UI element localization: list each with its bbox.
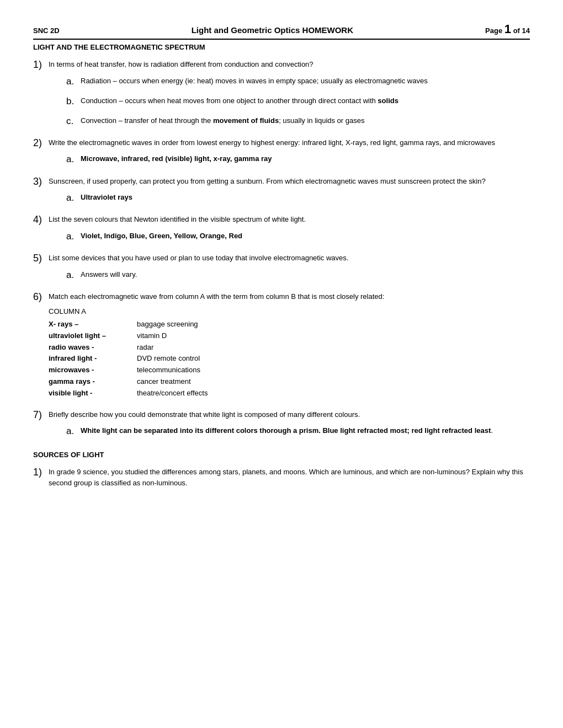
col-value: theatre/concert effects (137, 388, 208, 399)
q4-ans-letter: a. (66, 231, 81, 243)
s2-q1-text: In grade 9 science, you studied the diff… (49, 467, 530, 488)
page-header: SNC 2D Light and Geometric Optics HOMEWO… (33, 22, 530, 40)
col-row-5: microwaves - telecommunications (49, 365, 530, 376)
column-a-label: COLUMN A (49, 306, 530, 318)
section2-q1: 1) In grade 9 science, you studied the d… (33, 467, 530, 488)
q5-ans-text: Answers will vary. (81, 269, 137, 280)
q1-answer-2: b.Conduction – occurs when heat moves fr… (66, 95, 530, 108)
q7-ans-text: White light can be separated into its di… (81, 425, 493, 436)
q3-answer-1: a.Ultraviolet rays (66, 192, 530, 204)
header-page: Page 1 of 14 (485, 22, 530, 36)
q2-ans-letter: a. (66, 153, 81, 165)
page-total: 14 (522, 26, 530, 35)
question-4-line: 4)List the seven colours that Newton ide… (33, 214, 530, 226)
q3-text: Sunscreen, if used properly, can protect… (49, 176, 486, 187)
page-of: of (513, 26, 520, 35)
q1-answer-1: a.Radiation – occurs when energy (ie: he… (66, 76, 530, 88)
section1-title: LIGHT AND THE ELECTROMAGNETIC SPECTRUM (33, 43, 530, 51)
q7-answer-1: a.White light can be separated into its … (66, 425, 530, 437)
q1-answer-3: c.Convection – transfer of heat through … (66, 115, 530, 127)
q4-answer-1: a.Violet, Indigo, Blue, Green, Yellow, O… (66, 231, 530, 243)
col-value: DVD remote control (137, 353, 200, 365)
col-term: infrared light - (49, 353, 137, 365)
q5-num: 5) (33, 253, 49, 265)
question-1-line: 1)In terms of heat transfer, how is radi… (33, 59, 530, 71)
q5-answer-1: a.Answers will vary. (66, 269, 530, 281)
q1-answers: a.Radiation – occurs when energy (ie: he… (66, 76, 530, 127)
q1-ans-text: Convection – transfer of heat through th… (81, 115, 364, 126)
page-prefix: Page (485, 26, 504, 35)
col-row-6: gamma rays - cancer treatment (49, 376, 530, 388)
col-row-3: radio waves - radar (49, 342, 530, 354)
question-5: 5)List some devices that you have used o… (33, 253, 530, 281)
questions-container: 1)In terms of heat transfer, how is radi… (33, 59, 530, 437)
page-current: 1 (504, 22, 511, 36)
q4-text: List the seven colours that Newton ident… (49, 214, 306, 225)
col-term: visible light - (49, 388, 137, 399)
q6-column-a: COLUMN AX- rays – baggage screeningultra… (49, 306, 530, 399)
q1-ans-letter: b. (66, 95, 81, 108)
s2-q1-num: 1) (33, 467, 49, 479)
q6-num: 6) (33, 291, 49, 303)
q1-ans-letter: c. (66, 115, 81, 127)
q7-answers: a.White light can be separated into its … (66, 425, 530, 437)
col-row-2: ultraviolet light – vitamin D (49, 330, 530, 342)
col-row-4: infrared light - DVD remote control (49, 353, 530, 365)
col-value: telecommunications (137, 365, 200, 376)
s2-question-line: 1) In grade 9 science, you studied the d… (33, 467, 530, 488)
question-7-line: 7)Briefly describe how you could demonst… (33, 409, 530, 421)
q7-ans-letter: a. (66, 425, 81, 437)
q1-text: In terms of heat transfer, how is radiat… (49, 59, 314, 70)
q2-text: Write the electromagnetic waves in order… (49, 137, 495, 148)
question-6: 6)Match each electromagnetic wave from c… (33, 291, 530, 399)
q5-ans-letter: a. (66, 269, 81, 281)
col-value: radar (137, 342, 153, 354)
question-1: 1)In terms of heat transfer, how is radi… (33, 59, 530, 127)
q3-ans-letter: a. (66, 192, 81, 204)
question-3: 3)Sunscreen, if used properly, can prote… (33, 176, 530, 205)
col-term: ultraviolet light – (49, 330, 137, 342)
header-title: Light and Geometric Optics HOMEWORK (60, 25, 485, 35)
q2-answer-1: a.Microwave, infrared, red (visible) lig… (66, 153, 530, 165)
q6-text: Match each electromagnetic wave from col… (49, 291, 384, 302)
col-row-1: X- rays – baggage screening (49, 319, 530, 330)
col-term: microwaves - (49, 365, 137, 376)
q1-ans-text: Conduction – occurs when heat moves from… (81, 95, 399, 106)
section2-divider: SOURCES OF LIGHT 1) In grade 9 science, … (33, 451, 530, 488)
question-2: 2)Write the electromagnetic waves in ord… (33, 137, 530, 166)
q2-num: 2) (33, 137, 49, 149)
question-6-line: 6)Match each electromagnetic wave from c… (33, 291, 530, 303)
q5-answers: a.Answers will vary. (66, 269, 530, 281)
col-row-7: visible light - theatre/concert effects (49, 388, 530, 399)
question-3-line: 3)Sunscreen, if used properly, can prote… (33, 176, 530, 188)
q1-num: 1) (33, 59, 49, 71)
q7-text: Briefly describe how you could demonstra… (49, 409, 360, 420)
col-value: vitamin D (137, 330, 167, 342)
question-5-line: 5)List some devices that you have used o… (33, 253, 530, 265)
q2-ans-text: Microwave, infrared, red (visible) light… (81, 153, 272, 164)
q4-answers: a.Violet, Indigo, Blue, Green, Yellow, O… (66, 231, 530, 243)
col-term: X- rays – (49, 319, 137, 330)
col-value: cancer treatment (137, 376, 191, 388)
col-term: gamma rays - (49, 376, 137, 388)
col-value: baggage screening (137, 319, 198, 330)
q2-answers: a.Microwave, infrared, red (visible) lig… (66, 153, 530, 165)
q3-ans-text: Ultraviolet rays (81, 192, 132, 203)
q1-ans-letter: a. (66, 76, 81, 88)
header-course: SNC 2D (33, 26, 60, 35)
q3-answers: a.Ultraviolet rays (66, 192, 530, 204)
q3-num: 3) (33, 176, 49, 188)
section2-title: SOURCES OF LIGHT (33, 451, 530, 459)
q7-num: 7) (33, 409, 49, 421)
question-2-line: 2)Write the electromagnetic waves in ord… (33, 137, 530, 149)
question-7: 7)Briefly describe how you could demonst… (33, 409, 530, 438)
q1-ans-text: Radiation – occurs when energy (ie: heat… (81, 76, 428, 87)
q5-text: List some devices that you have used or … (49, 253, 348, 264)
col-term: radio waves - (49, 342, 137, 354)
q4-num: 4) (33, 214, 49, 226)
q4-ans-text: Violet, Indigo, Blue, Green, Yellow, Ora… (81, 231, 242, 242)
question-4: 4)List the seven colours that Newton ide… (33, 214, 530, 243)
